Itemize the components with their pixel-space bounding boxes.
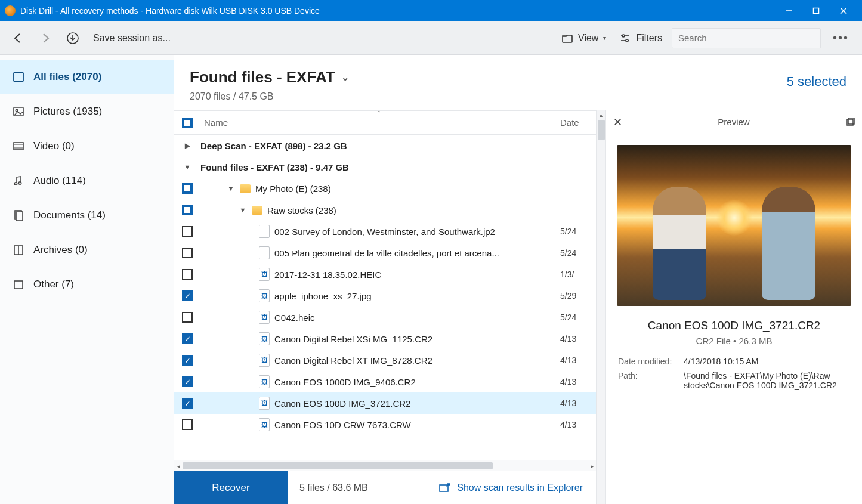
close-button[interactable] (830, 0, 857, 21)
scroll-thumb[interactable] (598, 120, 605, 140)
chevron-down-icon: ⌄ (341, 72, 349, 83)
checkbox[interactable] (182, 205, 193, 215)
title-bar: Disk Drill - All recovery methods - Hard… (0, 0, 862, 21)
back-button[interactable] (7, 27, 29, 49)
folder-icon (561, 32, 573, 44)
checkbox[interactable] (182, 312, 193, 323)
checkbox[interactable] (182, 333, 193, 344)
file-row[interactable]: Canon EOS 10D CRW 7673.CRW 4/13 (174, 414, 596, 435)
file-row[interactable]: 2017-12-31 18.35.02.HEIC 1/3/ (174, 264, 596, 285)
preview-popout-button[interactable] (845, 118, 855, 127)
select-all-checkbox[interactable] (182, 118, 193, 128)
file-name: Canon Digital Rebel XT IMG_8728.CR2 (274, 355, 432, 366)
other-icon (12, 278, 25, 291)
file-date: 4/13 (560, 355, 596, 365)
file-icon (259, 225, 270, 238)
checkbox[interactable] (182, 398, 193, 409)
file-row[interactable]: 002 Survey of London, Westminster, and S… (174, 221, 596, 242)
file-icon (259, 268, 270, 281)
file-row[interactable]: Canon EOS 100D IMG_3721.CR2 4/13 (174, 392, 596, 414)
scroll-left-icon[interactable]: ◂ (174, 460, 183, 471)
file-row[interactable]: apple_iphone_xs_27.jpg 5/29 (174, 285, 596, 307)
group-label: Found files - EXFAT (238) - 9.47 GB (200, 162, 349, 172)
preview-close-button[interactable]: ✕ (613, 116, 622, 129)
sidebar-item-all-files[interactable]: All files (2070) (0, 60, 174, 94)
collapse-icon[interactable]: ▼ (183, 163, 191, 171)
pictures-icon (12, 105, 25, 118)
show-in-explorer-link[interactable]: Show scan results in Explorer (439, 483, 583, 493)
svg-point-16 (14, 183, 17, 185)
search-input[interactable] (672, 28, 821, 48)
preview-path-label: Path: (618, 371, 684, 390)
scroll-thumb[interactable] (183, 462, 493, 469)
sidebar-item-other[interactable]: Other (7) (0, 267, 174, 302)
maximize-button[interactable] (802, 0, 830, 21)
sort-indicator-icon: ⌃ (376, 110, 381, 116)
filters-button[interactable]: Filters (616, 32, 666, 44)
preview-date-value: 4/13/2018 10:15 AM (684, 357, 850, 366)
file-date: 4/13 (560, 334, 596, 344)
selected-count: 5 selected (787, 74, 846, 89)
minimize-button[interactable] (775, 0, 802, 21)
checkbox[interactable] (182, 355, 193, 366)
file-icon (259, 354, 270, 367)
svg-rect-22 (14, 281, 23, 289)
preview-title: Preview (622, 117, 845, 127)
folder-icon (240, 184, 251, 193)
file-name: 005 Plan geometral de la ville citadelle… (274, 248, 499, 258)
file-date: 4/13 (560, 398, 596, 408)
group-row[interactable]: ▼ Found files - EXFAT (238) - 9.47 GB (174, 156, 596, 178)
vertical-scrollbar[interactable]: ▴ (596, 110, 605, 504)
forward-button[interactable] (35, 27, 56, 49)
checkbox[interactable] (182, 419, 193, 430)
file-row[interactable]: C042.heic 5/24 (174, 307, 596, 328)
file-icon (259, 375, 270, 388)
sidebar: All files (2070) Pictures (1935) Video (… (0, 55, 174, 504)
sidebar-item-label: Pictures (1935) (33, 106, 102, 118)
file-name: 002 Survey of London, Westminster, and S… (274, 227, 495, 237)
file-row[interactable]: Canon Digital Rebel XT IMG_8728.CR2 4/13 (174, 350, 596, 371)
preview-path-value: \Found files - EXFAT\My Photo (E)\Raw st… (684, 371, 850, 390)
expand-icon[interactable]: ▶ (183, 142, 191, 150)
recover-button[interactable]: Recover (174, 471, 288, 505)
view-button[interactable]: View ▾ (558, 32, 610, 44)
sidebar-item-pictures[interactable]: Pictures (1935) (0, 94, 174, 129)
column-name[interactable]: Name (200, 118, 560, 128)
app-icon (5, 5, 16, 16)
save-session-icon[interactable] (62, 27, 84, 49)
file-date: 5/24 (560, 313, 596, 322)
all-files-icon (12, 70, 25, 84)
svg-point-12 (16, 109, 18, 112)
file-row[interactable]: 005 Plan geometral de la ville citadelle… (174, 242, 596, 264)
collapse-icon[interactable]: ▼ (239, 206, 247, 214)
column-date[interactable]: Date (560, 118, 596, 128)
collapse-icon[interactable]: ▼ (227, 185, 235, 192)
folder-icon (252, 206, 262, 215)
checkbox[interactable] (182, 226, 193, 237)
checkbox[interactable] (182, 248, 193, 258)
sidebar-item-audio[interactable]: Audio (114) (0, 163, 174, 198)
selection-summary: 5 files / 63.6 MB (299, 483, 368, 493)
checkbox[interactable] (182, 290, 193, 301)
file-name: 2017-12-31 18.35.02.HEIC (274, 270, 381, 280)
file-icon (259, 332, 270, 345)
window-controls (775, 0, 857, 21)
sidebar-item-video[interactable]: Video (0) (0, 129, 174, 163)
checkbox[interactable] (182, 376, 193, 387)
file-row[interactable]: Canon EOS 1000D IMG_9406.CR2 4/13 (174, 371, 596, 392)
sidebar-item-archives[interactable]: Archives (0) (0, 233, 174, 267)
folder-row[interactable]: ▼My Photo (E) (238) (174, 178, 596, 199)
more-button[interactable]: ••• (827, 31, 855, 45)
save-session-button[interactable]: Save session as... (89, 33, 174, 44)
checkbox[interactable] (182, 269, 193, 280)
file-row[interactable]: Canon Digital Rebel XSi MG_1125.CR2 4/13 (174, 328, 596, 350)
horizontal-scrollbar[interactable]: ◂ ▸ (174, 460, 596, 471)
scroll-right-icon[interactable]: ▸ (588, 460, 596, 471)
folder-row[interactable]: ▼Raw stocks (238) (174, 199, 596, 221)
group-row[interactable]: ▶ Deep Scan - EXFAT (898) - 23.2 GB (174, 135, 596, 156)
svg-point-9 (626, 39, 628, 42)
page-title[interactable]: Found files - EXFAT ⌄ (190, 68, 349, 86)
sidebar-item-documents[interactable]: Documents (14) (0, 198, 174, 233)
checkbox[interactable] (182, 183, 193, 194)
scroll-up-icon[interactable]: ▴ (597, 110, 605, 118)
